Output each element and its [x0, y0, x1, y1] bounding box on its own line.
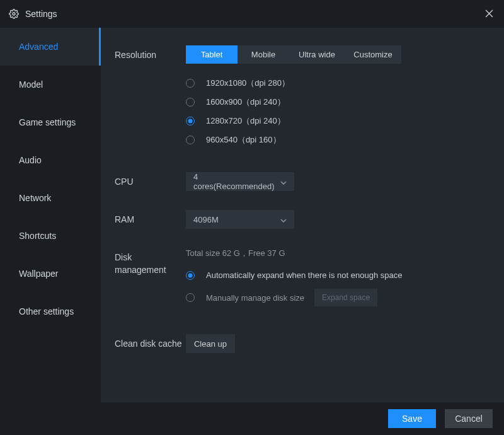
sidebar-item-shortcuts[interactable]: Shortcuts	[0, 217, 101, 255]
sidebar-item-advanced[interactable]: Advanced	[0, 28, 101, 66]
disk-manual-radio[interactable]: Manually manage disk size Expand space	[186, 289, 504, 306]
resolution-option-960x540[interactable]: 960x540（dpi 160）	[186, 134, 504, 146]
cancel-button[interactable]: Cancel	[445, 409, 493, 428]
clean-up-button[interactable]: Clean up	[186, 334, 235, 353]
disk-auto-expand-radio[interactable]: Automatically expand when there is not e…	[186, 270, 504, 280]
footer: Save Cancel	[0, 402, 504, 435]
resolution-option-1600x900[interactable]: 1600x900（dpi 240）	[186, 96, 504, 108]
sidebar-item-wallpaper[interactable]: Wallpaper	[0, 255, 101, 293]
resolution-option-1920x1080[interactable]: 1920x1080（dpi 280）	[186, 78, 504, 89]
window-title: Settings	[25, 9, 483, 19]
radio-icon	[186, 79, 195, 88]
resolution-option-1280x720[interactable]: 1280x720（dpi 240）	[186, 115, 504, 127]
resolution-label: Resolution	[101, 45, 186, 153]
close-icon[interactable]	[483, 8, 495, 21]
clean-disk-label: Clean disk cache	[101, 334, 186, 353]
sidebar-item-network[interactable]: Network	[0, 179, 101, 217]
tab-ultra-wide[interactable]: Ultra wide	[289, 45, 345, 64]
sidebar-item-other-settings[interactable]: Other settings	[0, 293, 101, 330]
radio-icon	[186, 136, 195, 144]
radio-icon	[186, 271, 195, 280]
sidebar-item-game-settings[interactable]: Game settings	[0, 103, 101, 141]
sidebar-item-model[interactable]: Model	[0, 66, 101, 103]
ram-select[interactable]: 4096M	[186, 210, 294, 229]
save-button[interactable]: Save	[388, 409, 436, 428]
svg-point-0	[13, 13, 15, 15]
settings-gear-icon	[9, 9, 19, 19]
sidebar-item-audio[interactable]: Audio	[0, 141, 101, 179]
tab-mobile[interactable]: Mobile	[238, 45, 289, 64]
radio-icon	[186, 98, 195, 107]
cpu-select[interactable]: 4 cores(Recommended)	[186, 172, 294, 191]
chevron-down-icon	[280, 177, 287, 187]
chevron-down-icon	[280, 215, 287, 224]
disk-management-label: Diskmanagement	[101, 248, 186, 315]
sidebar: Advanced Model Game settings Audio Netwo…	[0, 28, 101, 402]
tab-customize[interactable]: Customize	[345, 45, 401, 64]
titlebar: Settings	[0, 0, 504, 28]
tab-tablet[interactable]: Tablet	[186, 45, 238, 64]
radio-icon	[186, 293, 195, 302]
disk-info-text: Total size 62 G，Free 37 G	[186, 248, 504, 259]
content-panel: Resolution Tablet Mobile Ultra wide Cust…	[101, 28, 504, 402]
resolution-tabs: Tablet Mobile Ultra wide Customize	[186, 45, 504, 64]
ram-label: RAM	[101, 210, 186, 229]
expand-space-button: Expand space	[314, 289, 377, 306]
radio-icon	[186, 117, 195, 125]
cpu-label: CPU	[101, 172, 186, 191]
